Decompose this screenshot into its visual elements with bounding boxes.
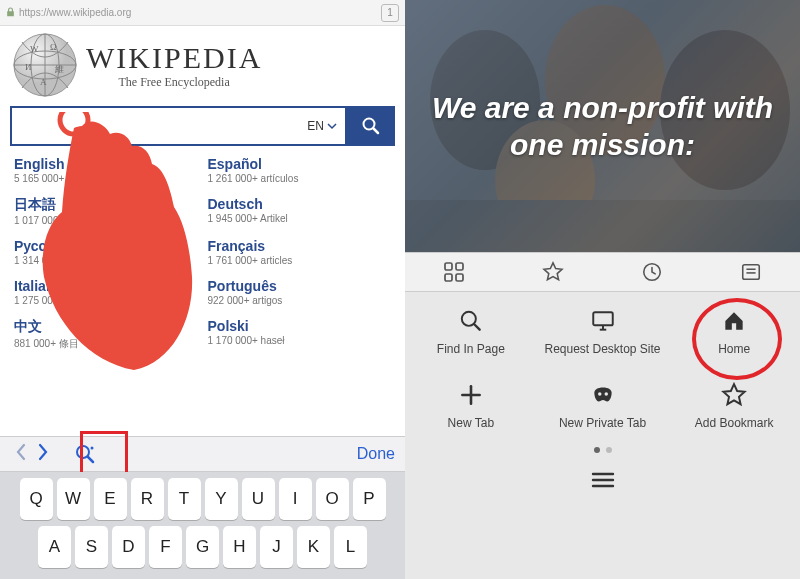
page-title: WIKIPEDIA <box>86 41 262 75</box>
keyboard-key[interactable]: P <box>353 478 386 520</box>
menu-item-new-private-tab[interactable]: New Private Tab <box>537 366 669 440</box>
tab-reading-list[interactable] <box>701 253 800 291</box>
menu-close-handle[interactable] <box>405 465 800 503</box>
menu-item-label: Add Bookmark <box>695 416 774 430</box>
annotation-highlight-circle <box>692 298 782 380</box>
menu-item-request-desktop[interactable]: Request Desktop Site <box>537 292 669 366</box>
svg-text:A: A <box>40 77 47 87</box>
menu-item-label: Find In Page <box>437 342 505 356</box>
language-name: Русский <box>14 238 198 254</box>
language-name: Polski <box>208 318 392 334</box>
search-button[interactable] <box>347 106 395 146</box>
keyboard-key[interactable]: H <box>223 526 256 568</box>
language-name: Español <box>208 156 392 172</box>
svg-point-35 <box>598 393 601 396</box>
article-count: 922 000+ artigos <box>208 295 392 306</box>
keyboard-key[interactable]: F <box>149 526 182 568</box>
svg-text:維: 維 <box>54 64 64 74</box>
language-selector[interactable]: EN <box>299 119 345 133</box>
language-code: EN <box>307 119 324 133</box>
language-link[interactable]: English5 165 000+ articles <box>14 156 198 184</box>
keyboard-accessory-bar: Done <box>0 436 405 472</box>
keyboard-key[interactable]: T <box>168 478 201 520</box>
language-link[interactable]: Deutsch1 945 000+ Artikel <box>208 196 392 226</box>
language-name: 日本語 <box>14 196 198 214</box>
svg-rect-23 <box>456 274 463 281</box>
article-count: 1 275 000+ voci <box>14 295 198 306</box>
keyboard-key[interactable]: L <box>334 526 367 568</box>
menu-item-find-in-page[interactable]: Find In Page <box>405 292 537 366</box>
svg-rect-22 <box>445 274 452 281</box>
language-link[interactable]: Español1 261 000+ artículos <box>208 156 392 184</box>
desktop-icon <box>590 308 616 334</box>
keyboard-key[interactable]: G <box>186 526 219 568</box>
svg-rect-30 <box>593 312 613 325</box>
language-link[interactable]: 中文881 000+ 條目 <box>14 318 198 351</box>
tab-history[interactable] <box>603 253 702 291</box>
svg-line-9 <box>374 129 379 134</box>
tab-bookmarks[interactable] <box>504 253 603 291</box>
menu-item-label: New Tab <box>448 416 494 430</box>
article-count: 881 000+ 條目 <box>14 337 198 351</box>
reading-list-icon <box>740 261 762 283</box>
svg-text:И: И <box>25 62 32 72</box>
article-count: 1 761 000+ articles <box>208 255 392 266</box>
star-icon <box>721 382 747 408</box>
search-icon <box>458 308 484 334</box>
svg-rect-21 <box>456 263 463 270</box>
keyboard-key[interactable]: D <box>112 526 145 568</box>
menu-item-new-tab[interactable]: New Tab <box>405 366 537 440</box>
article-count: 1 261 000+ artículos <box>208 173 392 184</box>
page-subtitle: The Free Encyclopedia <box>86 75 262 90</box>
language-link[interactable]: Polski1 170 000+ haseł <box>208 318 392 351</box>
panels-icon <box>443 261 465 283</box>
keyboard-key[interactable]: Q <box>20 478 53 520</box>
language-link[interactable]: Русский1 314 000+ статей <box>14 238 198 266</box>
keyboard-key[interactable]: R <box>131 478 164 520</box>
tab-count-button[interactable]: 1 <box>381 4 399 22</box>
menu-tab-bar <box>405 252 800 292</box>
svg-point-36 <box>604 393 607 396</box>
keyboard-key[interactable]: O <box>316 478 349 520</box>
keyboard-key[interactable]: Y <box>205 478 238 520</box>
article-count: 5 165 000+ articles <box>14 173 198 184</box>
page-indicator <box>405 447 800 453</box>
tab-panels[interactable] <box>405 253 504 291</box>
hamburger-icon <box>591 471 615 489</box>
language-name: Italiano <box>14 278 198 294</box>
mask-icon <box>590 382 616 408</box>
keyboard-key[interactable]: J <box>260 526 293 568</box>
address-bar[interactable]: https://www.wikipedia.org 1 <box>0 0 405 26</box>
keyboard-key[interactable]: U <box>242 478 275 520</box>
keyboard-key[interactable]: I <box>279 478 312 520</box>
keyboard-key[interactable]: K <box>297 526 330 568</box>
article-count: 1 945 000+ Artikel <box>208 213 392 224</box>
plus-icon <box>458 382 484 408</box>
menu-item-label: Request Desktop Site <box>544 342 660 356</box>
menu-item-label: New Private Tab <box>559 416 646 430</box>
wikipedia-globe-logo: WΩИ維A <box>10 30 80 100</box>
keyboard-key[interactable]: S <box>75 526 108 568</box>
keyboard-key[interactable]: E <box>94 478 127 520</box>
on-screen-keyboard: QWERTYUIOP ASDFGHJKL <box>0 472 405 579</box>
search-icon <box>361 116 381 136</box>
svg-text:W: W <box>30 44 39 54</box>
next-field-button[interactable] <box>32 443 54 466</box>
language-name: Português <box>208 278 392 294</box>
language-name: Deutsch <box>208 196 392 212</box>
article-count: 1 314 000+ статей <box>14 255 198 266</box>
language-link[interactable]: Italiano1 275 000+ voci <box>14 278 198 306</box>
language-name: English <box>14 156 198 172</box>
language-link[interactable]: Português922 000+ artigos <box>208 278 392 306</box>
keyboard-key[interactable]: W <box>57 478 90 520</box>
prev-field-button[interactable] <box>10 443 32 466</box>
keyboard-done-button[interactable]: Done <box>357 445 395 463</box>
svg-line-29 <box>474 324 479 329</box>
search-box[interactable]: EN <box>10 106 347 146</box>
search-input[interactable] <box>12 118 299 134</box>
history-icon <box>641 261 663 283</box>
keyboard-key[interactable]: A <box>38 526 71 568</box>
language-link[interactable]: Français1 761 000+ articles <box>208 238 392 266</box>
language-name: 中文 <box>14 318 198 336</box>
language-link[interactable]: 日本語1 017 000+ <box>14 196 198 226</box>
